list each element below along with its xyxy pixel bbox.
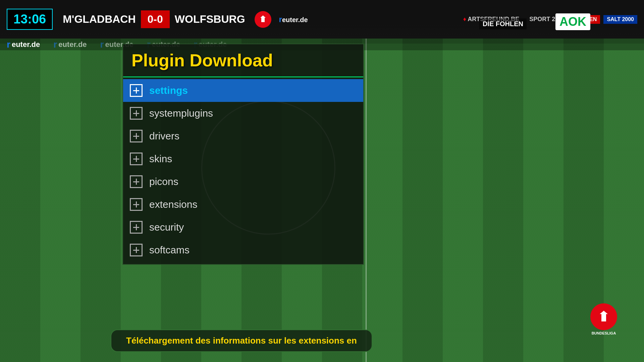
picons-plus-icon	[130, 175, 143, 188]
picons-label: picons	[149, 176, 178, 187]
die-fohlen-sponsor: DIE FOHLEN	[479, 18, 527, 29]
menu-item-systemplugins[interactable]: systemplugins	[123, 102, 363, 125]
menu-item-softcams[interactable]: softcams	[123, 239, 363, 261]
bundesliga-logo	[253, 11, 273, 28]
menu-list: settings systemplugins drivers skins pic…	[123, 77, 363, 264]
field-center-line	[366, 39, 367, 362]
drivers-plus-icon	[130, 130, 143, 142]
drivers-label: drivers	[149, 130, 179, 142]
systemplugins-plus-icon	[130, 107, 143, 120]
bundesliga-badge	[255, 11, 271, 28]
plugin-download-dialog: Plugin Download settings systemplugins d…	[122, 44, 364, 265]
systemplugins-label: systemplugins	[149, 108, 213, 119]
bundesliga-corner-logo: BUNDESLIGA	[590, 303, 617, 335]
away-team: WOLFSBURG	[170, 13, 250, 25]
extensions-plus-icon	[130, 198, 143, 211]
menu-item-security[interactable]: security	[123, 216, 363, 239]
score-bar: 13:06 M'GLADBACH 0-0 WOLFSBURG reuter.de…	[0, 0, 644, 39]
skins-label: skins	[149, 153, 172, 165]
security-label: security	[149, 222, 184, 233]
menu-item-drivers[interactable]: drivers	[123, 125, 363, 147]
skins-plus-icon	[130, 153, 143, 165]
reuter-sponsor: reuter.de	[276, 15, 311, 24]
menu-item-skins[interactable]: skins	[123, 147, 363, 170]
settings-label: settings	[149, 85, 188, 96]
menu-item-extensions[interactable]: extensions	[123, 193, 363, 216]
security-plus-icon	[130, 221, 143, 234]
bundesliga-text: BUNDESLIGA	[592, 331, 616, 335]
reuter-watermark-1: reuter.de	[7, 39, 40, 50]
status-text: Téléchargement des informations sur les …	[126, 336, 357, 346]
aok-sponsor: AOK	[555, 13, 590, 30]
extensions-label: extensions	[149, 199, 197, 210]
menu-item-settings[interactable]: settings	[123, 79, 363, 102]
dialog-title-bar: Plugin Download	[123, 44, 363, 77]
status-bar: Téléchargement des informations sur les …	[111, 329, 372, 352]
home-team: M'GLADBACH	[58, 13, 141, 25]
settings-plus-icon	[130, 84, 143, 97]
reuter-watermark-2: reuter.de	[53, 39, 87, 50]
menu-item-picons[interactable]: picons	[123, 170, 363, 193]
match-score: 0-0	[141, 10, 170, 28]
dialog-title-text: Plugin Download	[131, 50, 355, 70]
match-time: 13:06	[7, 9, 53, 30]
bundesliga-corner-badge	[590, 303, 617, 330]
softcams-plus-icon	[130, 244, 143, 256]
softcams-label: softcams	[149, 244, 190, 256]
salt-sponsor: SALT 2000	[603, 15, 637, 24]
